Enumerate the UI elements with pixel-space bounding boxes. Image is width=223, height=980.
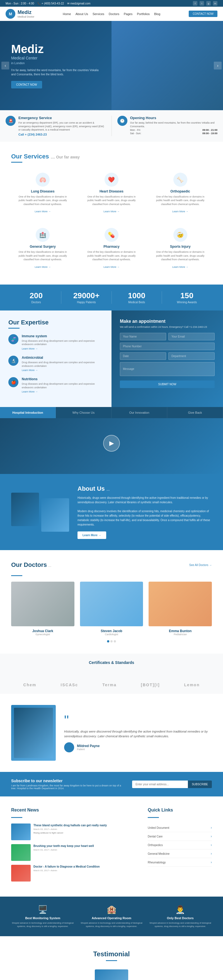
service-ortho-link[interactable]: Learn More → [172,210,188,213]
hero-next-button[interactable]: › [214,62,221,70]
expertise-antimicrobial: 🔬 Antimicrobial Drug diseases and drug d… [8,356,103,372]
hero-prev-button[interactable]: ‹ [2,62,9,70]
quick-link-4[interactable]: General Medicine › [148,850,212,858]
expertise-immune-content: Immune system Drug diseases and drug dev… [22,334,103,350]
quick-link-5[interactable]: Rheumatology › [148,858,212,867]
nav-about[interactable]: About Us [76,12,88,16]
dot-1[interactable] [107,640,109,643]
facebook-icon[interactable]: f [193,1,197,6]
service-sports: 🤕 Sports Injury One of the key classific… [149,223,212,274]
logo-subtitle: Medical Doctor [17,15,34,18]
tab-innovation[interactable]: Our Innovation [112,407,167,418]
googleplus-icon[interactable]: g [206,1,211,6]
top-bar-info: Mon - Sun : 2:00 - 4:00 📞 + (400) 543-43… [6,2,90,5]
testimonial-doctor-image [95,969,128,980]
hours-days-1: Mon - Fri: [130,129,141,131]
stat-patients-number: 29000+ [64,291,108,300]
stat-beds: 1000 Medical Beds [112,291,162,304]
newsletter-title: Subscribe to our newsletter [11,779,127,783]
appointment-date-input[interactable] [120,352,166,360]
see-all-doctors-link[interactable]: See All Doctors → [189,563,212,566]
twitter-icon[interactable]: t [199,1,204,6]
hero-title: Mediz [11,43,100,56]
doctor-spec-1: Gynecologist [11,633,74,636]
hours-row-1: Mon - Fri: 09:00 - 21:00 [130,129,218,131]
appointment-name-input[interactable] [120,333,166,340]
nav-services[interactable]: Services [93,12,104,16]
about-text-2: Modern drug discovery involves the ident… [77,509,212,527]
feature-operating-title: Advanced Operating Room [80,916,143,920]
features-bar: 🖥️ Best Monitoring System Shopist advanc… [0,897,223,936]
services-grid: 🫁 Lung Diseases One of the key classific… [11,168,212,274]
service-surgery-link[interactable]: Learn More → [35,266,51,268]
newsletter-subscribe-button[interactable]: SUBSCRIBE [188,781,212,788]
feature-monitoring-text: Shopist advance in technology and unders… [11,921,74,928]
doctor-spec-2: Cardiologist [80,633,143,636]
newsletter-form: SUBSCRIBE [132,781,212,788]
service-lung-link[interactable]: Learn More → [35,210,51,213]
nav-blog[interactable]: Blog [154,12,160,16]
quote-content: " Historically, drugs were discovered th… [64,714,212,752]
hours-text: Our far away, behind the word mountains,… [130,121,218,128]
service-pharmacy: 💊 Pharmacy One of the key classification… [80,223,143,274]
service-pharmacy-link[interactable]: Learn More → [103,266,120,268]
quick-link-3[interactable]: Orthopedics › [148,841,212,850]
tab-hospital-intro[interactable]: Hospital Introduction [0,407,56,418]
doctor-image-3 [149,582,212,626]
news-headline-1[interactable]: These bland synthetic drug halluds can g… [33,824,107,827]
service-heart-title: Heart Diseases [84,189,139,193]
news-headline-2[interactable]: Brushing your teeth may keep your heart … [33,844,94,848]
service-surgery-title: General Surgery [16,245,70,248]
quick-link-1[interactable]: United Document › [148,824,212,832]
appointment-email-input[interactable] [168,333,215,340]
appointment-phone-input[interactable] [120,342,215,350]
tab-label-3: Our Innovation [114,411,164,414]
expertise-immune-text: Drug diseases and drug development are c… [22,339,103,346]
hours-box: 🕐 Opening Hours Our far away, behind the… [117,116,218,136]
service-heart-link[interactable]: Learn More → [103,210,120,213]
news-image-3 [11,865,31,881]
hours-icon: 🕐 [117,116,127,126]
tab-give-back[interactable]: Give Back [167,407,223,418]
contact-now-button[interactable]: CONTACT NOW [189,11,217,17]
appointment-message-input[interactable] [120,362,215,376]
tab-label-1: Hospital Introduction [3,411,53,414]
about-learn-more-button[interactable]: Learn More → [77,531,106,539]
tab-label-4: Give Back [170,411,220,414]
dot-2[interactable] [111,640,112,643]
topbar-hours: Mon - Sun : 2:00 - 4:00 [6,2,34,5]
social-links: f t g in [193,1,217,6]
nav-portfolios[interactable]: Portfolios [137,12,150,16]
testimonial-section: Testimonial ‹ Far far away, behind the w… [0,936,223,980]
news-title: Recent News [11,808,139,813]
cert-logo-1: Chem [24,682,36,687]
video-play-button[interactable]: ▶ [103,435,120,452]
news-image-1 [11,824,31,840]
service-sports-link[interactable]: Learn More → [172,266,188,268]
tab-why-choose[interactable]: Why Choose Us [56,407,112,418]
linkedin-icon[interactable]: in [213,1,217,6]
newsletter-email-input[interactable] [132,781,188,788]
nav-pages[interactable]: Pages [124,12,133,16]
news-item-3: Doctor - A failure to Diagnose a Medical… [11,865,139,881]
expertise-antimicrobial-link[interactable]: Learn More → [22,369,103,372]
expertise-nutrition-link[interactable]: Learn More → [22,390,103,393]
expertise-immune-link[interactable]: Learn More → [22,347,103,350]
appointment-submit-button[interactable]: SUBMIT NOW [120,380,215,388]
stat-awards-number: 150 [165,291,209,300]
expertise-divider [8,328,19,329]
hero-cta-button[interactable]: CONTACT NOW [11,81,42,88]
nav-doctors[interactable]: Doctors [109,12,119,16]
news-headline-3[interactable]: Doctor - A failure to Diagnose a Medical… [33,865,100,869]
appointment-dept-input[interactable] [168,352,215,360]
cert-logo-3: Terma [102,682,117,687]
services-section-title: Our Services .... Our far away [11,153,212,160]
news-side: Recent News These bland synthetic drug h… [11,808,139,885]
about-image-1 [11,493,39,526]
dot-3[interactable] [114,640,116,643]
service-surgery-text: One of the key classifications or domain… [16,250,70,262]
quick-link-2[interactable]: Dental Care › [148,832,212,841]
nav-home[interactable]: Home [63,12,71,16]
doctor-image-2 [80,582,143,626]
logo: M Mediz Medical Doctor [6,9,34,19]
